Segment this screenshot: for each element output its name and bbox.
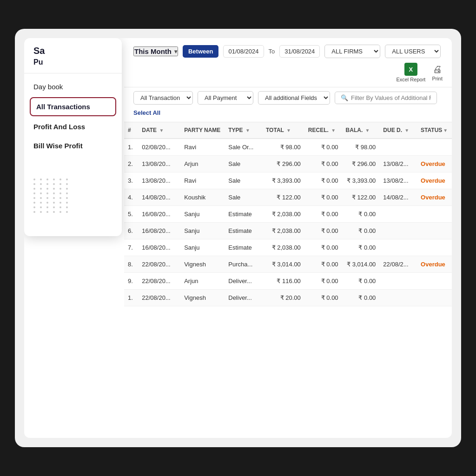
col-header-date[interactable]: DATE ▼ xyxy=(138,122,180,139)
sidebar-menu: Sa Pu Day book All Transactions Profit A… xyxy=(24,38,122,236)
table-row[interactable]: 1. 02/08/20... Ravi Sale Or... ₹ 98.00 ₹… xyxy=(124,139,452,156)
table-row[interactable]: 3. 13/08/20... Ravi Sale ₹ 3,393.00 ₹ 0.… xyxy=(124,172,452,189)
sidebar-item-day-book[interactable]: Day book xyxy=(24,77,122,96)
cell-party: Vignesh xyxy=(180,290,225,306)
all-users-select[interactable]: ALL USERS xyxy=(385,45,441,58)
excel-icon: X xyxy=(404,63,417,76)
cell-bala: ₹ 0.00 xyxy=(342,239,380,256)
cell-bala: ₹ 0.00 xyxy=(342,273,380,290)
cell-type: Estimate xyxy=(225,239,262,256)
cell-total: ₹ 116.00 xyxy=(262,273,304,290)
sidebar-item-all-transactions[interactable]: All Transactions xyxy=(30,97,116,116)
sidebar-divider xyxy=(24,73,122,73)
cell-recel: ₹ 0.00 xyxy=(304,206,342,223)
table-container: # DATE ▼ PARTY NAME TYPE ▼ TOTAL ▼ RECEL… xyxy=(124,122,452,306)
sidebar-title-pu: Pu xyxy=(24,58,122,73)
col-header-status[interactable]: STATUS▼ xyxy=(417,122,452,139)
cell-date: 22/08/20... xyxy=(138,273,180,290)
month-label: This Month xyxy=(134,47,172,55)
cell-num: 5. xyxy=(124,206,138,223)
cell-status: Overdue xyxy=(417,172,452,189)
cell-status: Overdue xyxy=(417,156,452,172)
filter-bar: This Month ▾ Between 01/08/2024 To 31/08… xyxy=(124,38,452,87)
col-header-total[interactable]: TOTAL ▼ xyxy=(262,122,304,139)
print-button[interactable]: 🖨 Print xyxy=(432,64,443,81)
table-row[interactable]: 9. 22/08/20... Arjun Deliver... ₹ 116.00… xyxy=(124,273,452,290)
cell-total: ₹ 98.00 xyxy=(262,139,304,156)
cell-date: 16/08/20... xyxy=(138,239,180,256)
excel-label: Excel Report xyxy=(396,77,425,82)
cell-status xyxy=(417,290,452,306)
cell-num: 4. xyxy=(124,189,138,206)
cell-dued: 14/08/2... xyxy=(379,189,417,206)
table-row[interactable]: 4. 14/08/20... Koushik Sale ₹ 122.00 ₹ 0… xyxy=(124,189,452,206)
col-header-type[interactable]: TYPE ▼ xyxy=(225,122,262,139)
cell-dued xyxy=(379,273,417,290)
col-header-dued[interactable]: DUE D. ▼ xyxy=(379,122,417,139)
cell-num: 9. xyxy=(124,273,138,290)
search-field: 🔍 xyxy=(335,92,437,104)
table-row[interactable]: 2. 13/08/20... Arjun Sale ₹ 296.00 ₹ 0.0… xyxy=(124,156,452,172)
table-row[interactable]: 8. 22/08/20... Vignesh Purcha... ₹ 3,014… xyxy=(124,256,452,273)
cell-date: 02/08/20... xyxy=(138,139,180,156)
cell-num: 1. xyxy=(124,290,138,306)
cell-recel: ₹ 0.00 xyxy=(304,239,342,256)
table-row[interactable]: 7. 16/08/20... Sanju Estimate ₹ 2,038.00… xyxy=(124,239,452,256)
cell-num: 2. xyxy=(124,156,138,172)
cell-type: Sale xyxy=(225,189,262,206)
search-icon: 🔍 xyxy=(341,94,348,101)
sidebar-title-sa: Sa xyxy=(24,46,122,58)
cell-status: Overdue xyxy=(417,189,452,206)
col-header-num: # xyxy=(124,122,138,139)
table-row[interactable]: 1. 22/08/20... Vignesh Deliver... ₹ 20.0… xyxy=(124,290,452,306)
col-header-recel[interactable]: RECEL. ▼ xyxy=(304,122,342,139)
cell-type: Sale xyxy=(225,156,262,172)
cell-party: Vignesh xyxy=(180,256,225,273)
between-button[interactable]: Between xyxy=(183,45,218,58)
cell-total: ₹ 122.00 xyxy=(262,189,304,206)
cell-dued xyxy=(379,239,417,256)
sidebar-item-profit-and-loss[interactable]: Profit And Loss xyxy=(24,117,122,136)
cell-total: ₹ 3,393.00 xyxy=(262,172,304,189)
cell-total: ₹ 3,014.00 xyxy=(262,256,304,273)
cell-dued xyxy=(379,290,417,306)
cell-party: Arjun xyxy=(180,273,225,290)
cell-bala: ₹ 0.00 xyxy=(342,206,380,223)
cell-date: 14/08/20... xyxy=(138,189,180,206)
cell-bala: ₹ 296.00 xyxy=(342,156,380,172)
table-row[interactable]: 5. 16/08/20... Sanju Estimate ₹ 2,038.00… xyxy=(124,206,452,223)
cell-recel: ₹ 0.00 xyxy=(304,223,342,239)
cell-status xyxy=(417,273,452,290)
cell-num: 7. xyxy=(124,239,138,256)
cell-status xyxy=(417,239,452,256)
month-selector-button[interactable]: This Month ▾ xyxy=(133,46,178,56)
cell-date: 16/08/20... xyxy=(138,206,180,223)
cell-bala: ₹ 3,393.00 xyxy=(342,172,380,189)
additional-fields-select[interactable]: All additional Fields xyxy=(258,91,330,105)
sidebar-item-bill-wise-profit[interactable]: Bill Wise Profit xyxy=(24,136,122,155)
col-header-bala[interactable]: BALA. ▼ xyxy=(342,122,380,139)
all-payment-select[interactable]: All Payment xyxy=(198,91,253,105)
cell-party: Sanju xyxy=(180,223,225,239)
cell-dued xyxy=(379,223,417,239)
cell-recel: ₹ 0.00 xyxy=(304,156,342,172)
cell-date: 13/08/20... xyxy=(138,156,180,172)
cell-num: 6. xyxy=(124,223,138,239)
cell-type: Deliver... xyxy=(225,290,262,306)
cell-num: 8. xyxy=(124,256,138,273)
cell-dued xyxy=(379,206,417,223)
cell-bala: ₹ 0.00 xyxy=(342,290,380,306)
cell-dued: 22/08/2... xyxy=(379,256,417,273)
excel-report-button[interactable]: X Excel Report xyxy=(396,63,425,82)
table-row[interactable]: 6. 16/08/20... Sanju Estimate ₹ 2,038.00… xyxy=(124,223,452,239)
table-header-row: # DATE ▼ PARTY NAME TYPE ▼ TOTAL ▼ RECEL… xyxy=(124,122,452,139)
cell-total: ₹ 2,038.00 xyxy=(262,223,304,239)
all-firms-select[interactable]: ALL FIRMS xyxy=(324,45,380,58)
cell-date: 22/08/20... xyxy=(138,256,180,273)
cell-recel: ₹ 0.00 xyxy=(304,172,342,189)
cell-party: Ravi xyxy=(180,172,225,189)
select-all-button[interactable]: Select All xyxy=(133,109,160,116)
cell-type: Estimate xyxy=(225,223,262,239)
all-transaction-select[interactable]: All Transaction xyxy=(133,91,193,105)
search-input[interactable] xyxy=(351,94,431,101)
